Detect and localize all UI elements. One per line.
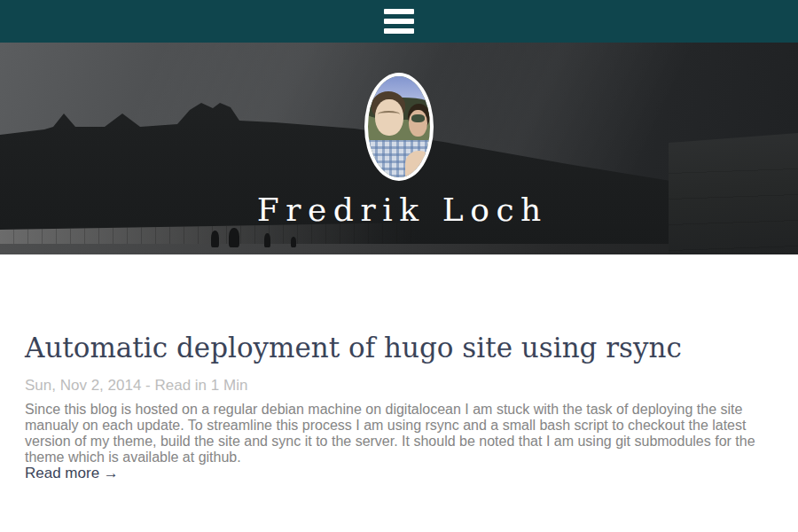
hamburger-icon [384, 9, 414, 34]
hamburger-bar [384, 9, 414, 14]
post-summary: Automatic deployment of hugo site using … [25, 331, 773, 481]
site-title[interactable]: Fredrik Loch [250, 192, 548, 228]
hero-content: Fredrik Loch [0, 43, 798, 254]
read-more-link[interactable]: Read more → [25, 466, 119, 481]
menu-button[interactable] [384, 9, 414, 34]
hamburger-bar [384, 19, 414, 24]
avatar [364, 73, 434, 181]
hamburger-bar [384, 28, 414, 34]
hero-banner: Fredrik Loch [0, 43, 798, 254]
post-title-link[interactable]: Automatic deployment of hugo site using … [25, 331, 743, 365]
top-nav-bar [0, 0, 798, 43]
post-meta: Sun, Nov 2, 2014 - Read in 1 Min [25, 377, 773, 395]
main-content: Automatic deployment of hugo site using … [0, 331, 798, 481]
post-excerpt: Since this blog is hosted on a regular d… [25, 402, 773, 466]
